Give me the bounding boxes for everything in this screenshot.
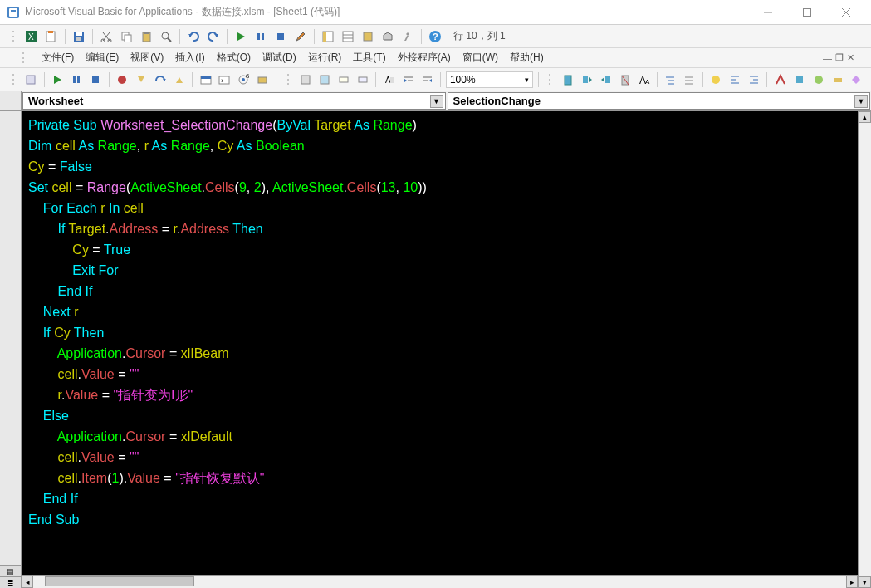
code-line[interactable]: Application.Cursor = xlIBeam: [28, 343, 851, 364]
copy-icon[interactable]: [118, 28, 135, 45]
complete-word-icon[interactable]: A: [381, 71, 397, 88]
menu-addins[interactable]: 外接程序(A): [398, 51, 451, 65]
code-line[interactable]: End If: [28, 488, 851, 509]
redo-icon[interactable]: [205, 28, 222, 45]
list-properties-icon[interactable]: [298, 71, 314, 88]
scroll-track[interactable]: [859, 123, 871, 576]
code-editor[interactable]: Private Sub Worksheet_SelectionChange(By…: [22, 111, 858, 575]
properties-icon[interactable]: [340, 28, 356, 45]
mdi-close-icon[interactable]: ✕: [847, 52, 854, 63]
procedure-combo[interactable]: SelectionChange ▼: [448, 92, 871, 110]
break-icon[interactable]: [252, 28, 269, 45]
code-line[interactable]: If Cy Then: [28, 322, 851, 343]
code-line[interactable]: End If: [28, 281, 851, 301]
cut-icon[interactable]: [98, 28, 115, 45]
full-module-view-icon[interactable]: ≣: [0, 576, 21, 588]
toggle-icon[interactable]: [708, 71, 724, 88]
quick-watch-icon[interactable]: [255, 71, 271, 88]
code-line[interactable]: Dim cell As Range, r As Range, Cy As Boo…: [28, 135, 851, 156]
code-line[interactable]: Else: [28, 405, 851, 426]
outdent-icon[interactable]: [419, 71, 435, 88]
compile-icon[interactable]: [23, 71, 39, 88]
chevron-down-icon[interactable]: ▼: [854, 95, 868, 108]
horizontal-scrollbar[interactable]: ◂ ▸: [22, 575, 858, 588]
uncomment-icon[interactable]: [682, 71, 697, 88]
run-sub-icon[interactable]: [50, 71, 66, 88]
save-icon[interactable]: [71, 28, 87, 45]
comment-icon[interactable]: [663, 71, 678, 88]
maximize-button[interactable]: [788, 0, 825, 25]
scroll-up-icon[interactable]: ▴: [859, 111, 871, 123]
paste-icon[interactable]: [138, 28, 154, 45]
object-browser-icon[interactable]: [360, 28, 376, 45]
code-line[interactable]: End Sub: [28, 509, 851, 530]
stop-icon[interactable]: [88, 71, 104, 88]
code-line[interactable]: cell.Item(1).Value = "指针恢复默认": [28, 468, 851, 488]
mdi-restore-icon[interactable]: ❐: [835, 52, 844, 63]
code-line[interactable]: Exit For: [28, 260, 851, 281]
undo-icon[interactable]: [185, 28, 202, 45]
find-icon[interactable]: [158, 28, 174, 45]
scroll-track[interactable]: [33, 576, 846, 588]
menu-file[interactable]: 文件(F): [42, 51, 74, 65]
procedure-view-icon[interactable]: ▤: [0, 565, 21, 576]
indent-icon[interactable]: [400, 71, 416, 88]
code-line[interactable]: Set cell = Range(ActiveSheet.Cells(9, 2)…: [28, 177, 851, 198]
design-mode-icon[interactable]: [292, 28, 309, 45]
locals-icon[interactable]: [198, 71, 213, 88]
code-line[interactable]: cell.Value = "": [28, 447, 851, 468]
code-line[interactable]: Private Sub Worksheet_SelectionChange(By…: [28, 115, 851, 135]
vertical-scrollbar[interactable]: ▴ ▾: [858, 111, 871, 588]
code-line[interactable]: Cy = False: [28, 156, 851, 177]
menu-run[interactable]: 运行(R): [308, 51, 342, 65]
tool-c-icon[interactable]: [810, 71, 826, 88]
break-icon[interactable]: [69, 71, 85, 88]
close-button[interactable]: [827, 0, 864, 25]
tools-icon[interactable]: [399, 28, 416, 45]
code-line[interactable]: Application.Cursor = xlDefault: [28, 426, 851, 447]
menu-help[interactable]: 帮助(H): [510, 51, 544, 65]
help-icon[interactable]: ?: [427, 28, 443, 45]
parameter-info-icon[interactable]: [355, 71, 370, 88]
clear-bookmarks-icon[interactable]: [617, 71, 633, 88]
mdi-minimize-icon[interactable]: —: [823, 53, 832, 63]
menu-debug[interactable]: 调试(D): [262, 51, 296, 65]
toolbox-icon[interactable]: [379, 28, 396, 45]
tool-e-icon[interactable]: [849, 71, 864, 88]
toggle-breakpoint-icon[interactable]: [115, 71, 130, 88]
tool-b-icon[interactable]: [791, 71, 807, 88]
list-constants-icon[interactable]: [317, 71, 333, 88]
step-over-icon[interactable]: [152, 71, 168, 88]
code-line[interactable]: Next r: [28, 301, 851, 322]
excel-icon[interactable]: X: [23, 28, 40, 45]
code-line[interactable]: cell.Value = "": [28, 364, 851, 385]
code-line[interactable]: Cy = True: [28, 239, 851, 260]
reset-icon[interactable]: [272, 28, 289, 45]
menu-tools[interactable]: 工具(T): [353, 51, 385, 65]
scroll-down-icon[interactable]: ▾: [859, 576, 871, 588]
align-right-icon[interactable]: [746, 71, 762, 88]
chevron-down-icon[interactable]: ▼: [430, 95, 443, 108]
menu-insert[interactable]: 插入(I): [175, 51, 204, 65]
run-icon[interactable]: [232, 28, 249, 45]
insert-module-icon[interactable]: [43, 28, 60, 45]
zoom-combo[interactable]: 100%▾: [446, 71, 533, 88]
menu-format[interactable]: 格式(O): [217, 51, 251, 65]
scroll-thumb[interactable]: [45, 576, 194, 586]
scroll-right-icon[interactable]: ▸: [846, 576, 858, 588]
code-line[interactable]: r.Value = "指针变为I形": [28, 385, 851, 405]
object-combo[interactable]: Worksheet ▼: [22, 92, 446, 110]
code-line[interactable]: If Target.Address = r.Address Then: [28, 218, 851, 239]
menu-view[interactable]: 视图(V): [130, 51, 164, 65]
project-explorer-icon[interactable]: [320, 28, 336, 45]
menu-edit[interactable]: 编辑(E): [86, 51, 119, 65]
step-out-icon[interactable]: [171, 71, 187, 88]
align-left-icon[interactable]: [727, 71, 743, 88]
menu-window[interactable]: 窗口(W): [462, 51, 498, 65]
step-into-icon[interactable]: [133, 71, 149, 88]
immediate-icon[interactable]: ›: [217, 71, 232, 88]
minimize-button[interactable]: [749, 0, 786, 25]
code-line[interactable]: For Each r In cell: [28, 198, 851, 218]
tool-d-icon[interactable]: [829, 71, 845, 88]
font-size-icon[interactable]: AA: [636, 71, 652, 88]
